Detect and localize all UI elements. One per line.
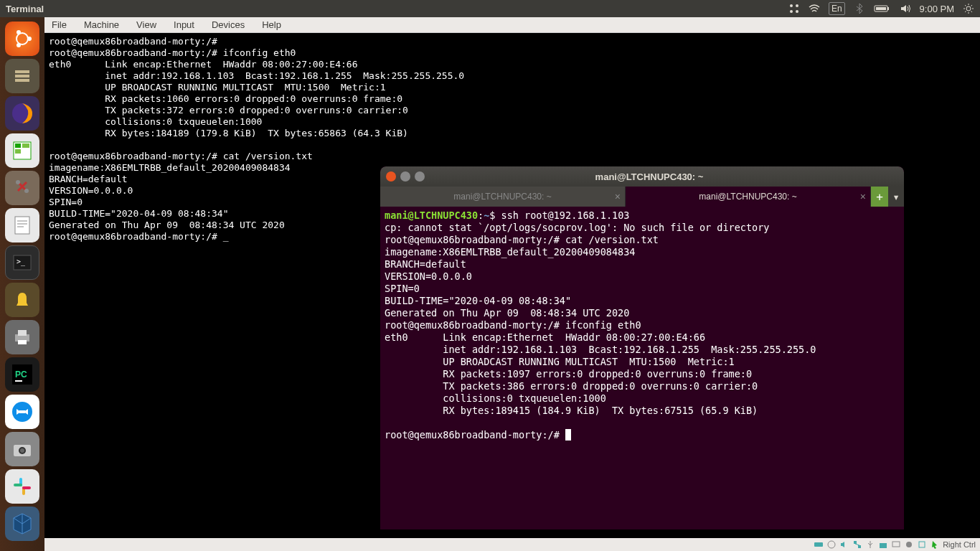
terminal-line: TX packets:386 errors:0 dropped:0 overru…	[385, 380, 758, 392]
terminal-line: RX packets:1097 errors:0 dropped:0 overr…	[385, 368, 752, 380]
network-icon[interactable]	[852, 540, 862, 550]
launcher-files-icon[interactable]	[5, 59, 39, 93]
menu-help[interactable]: Help	[262, 19, 281, 30]
console-line: TX packets:372 errors:0 dropped:0 overru…	[49, 105, 408, 116]
gear-icon[interactable]	[963, 3, 974, 14]
clock[interactable]: 9:00 PM	[920, 4, 954, 14]
volume-icon[interactable]	[900, 3, 911, 14]
terminal-line: BUILD-TIME="2020-04-09 08:48:34"	[385, 295, 571, 306]
menu-machine[interactable]: Machine	[84, 19, 119, 30]
optical-icon[interactable]	[826, 540, 837, 550]
terminal-line: VERSION=0.0.0.0	[385, 270, 472, 282]
terminal-tab-1[interactable]: mani@LTCHNUPC430: ~×	[380, 187, 626, 207]
svg-rect-5	[887, 7, 889, 10]
launcher-libreoffice-writer-icon[interactable]	[5, 208, 39, 242]
console-line: imagename:X86EMLTRBB_default_20200409084…	[49, 162, 291, 173]
display-icon[interactable]	[891, 540, 901, 550]
usb-icon[interactable]	[865, 540, 875, 550]
menu-view[interactable]: View	[136, 19, 156, 30]
slack-tray-icon[interactable]	[788, 3, 800, 14]
console-line: Generated on Thu Apr 09 08:48:34 UTC 202…	[49, 220, 285, 230]
svg-rect-18	[22, 143, 29, 148]
launcher-slack-icon[interactable]	[5, 469, 39, 504]
tab-menu-button[interactable]: ▾	[888, 187, 904, 207]
maximize-button[interactable]	[415, 171, 425, 182]
svg-rect-48	[880, 543, 887, 548]
console-line: eth0 Link encap:Ethernet HWaddr 08:00:27…	[49, 59, 357, 70]
terminal-body[interactable]: mani@LTCHNUPC430:~$ ssh root@192.168.1.1…	[380, 207, 904, 529]
svg-point-21	[24, 189, 29, 193]
cursor-icon	[565, 429, 571, 441]
terminal-line: inet addr:192.168.1.103 Bcast:192.168.1.…	[385, 344, 816, 355]
svg-rect-29	[18, 330, 27, 336]
mouse-integration-icon[interactable]	[930, 540, 940, 550]
language-indicator[interactable]: En	[829, 2, 845, 15]
audio-icon[interactable]	[839, 540, 849, 550]
tab-close-icon[interactable]: ×	[615, 191, 621, 202]
console-line: root@qemux86broadband-morty:/# _	[49, 231, 228, 242]
unity-launcher: >_ PC	[0, 17, 44, 551]
menu-input[interactable]: Input	[174, 19, 194, 30]
bluetooth-icon[interactable]	[854, 3, 865, 14]
svg-rect-42	[22, 486, 31, 489]
terminal-titlebar[interactable]: mani@LTCHNUPC430: ~	[380, 166, 904, 187]
top-panel: Terminal En 9:00 PM	[0, 0, 980, 17]
launcher-virtualbox-icon[interactable]	[5, 507, 39, 541]
recording-icon[interactable]	[904, 540, 914, 550]
gnome-terminal-window: mani@LTCHNUPC430: ~ mani@LTCHNUPC430: ~×…	[380, 166, 904, 529]
svg-point-44	[828, 541, 835, 548]
window-title: mani@LTCHNUPC430: ~	[429, 171, 870, 182]
svg-point-50	[906, 542, 912, 547]
svg-point-1	[796, 4, 798, 7]
launcher-firefox-icon[interactable]	[5, 96, 39, 131]
cpu-icon[interactable]	[917, 540, 927, 550]
svg-rect-12	[15, 70, 29, 73]
battery-icon[interactable]	[874, 3, 891, 14]
active-app-title: Terminal	[0, 4, 44, 14]
svg-point-20	[16, 180, 20, 184]
console-line: BUILD-TIME="2020-04-09 08:48:34"	[49, 208, 228, 219]
launcher-libreoffice-calc-icon[interactable]	[5, 133, 39, 168]
launcher-printer-icon[interactable]	[5, 320, 39, 354]
host-key-label[interactable]: Right Ctrl	[943, 540, 976, 549]
launcher-teamviewer-icon[interactable]	[5, 395, 39, 429]
svg-rect-40	[14, 484, 22, 486]
svg-point-0	[790, 4, 793, 7]
console-line: BRANCH=default	[49, 174, 128, 184]
console-line: root@qemux86broadband-morty:/# cat /vers…	[49, 151, 313, 161]
launcher-pycharm-icon[interactable]: PC	[5, 357, 39, 392]
terminal-line: root@qemux86broadband-morty:/# cat /vers…	[385, 234, 659, 245]
menu-devices[interactable]: Devices	[212, 19, 245, 30]
harddisk-icon[interactable]	[814, 540, 824, 550]
minimize-button[interactable]	[400, 171, 410, 182]
console-line: SPIN=0	[49, 197, 83, 207]
svg-rect-35	[19, 410, 25, 413]
launcher-dash-icon[interactable]	[5, 22, 39, 56]
svg-rect-19	[15, 149, 21, 154]
svg-point-3	[796, 10, 798, 13]
svg-rect-51	[919, 542, 925, 547]
launcher-settings-icon[interactable]	[5, 171, 39, 205]
console-line: RX bytes:184189 (179.8 KiB) TX bytes:658…	[49, 128, 408, 138]
terminal-line: eth0 Link encap:Ethernet HWaddr 08:00:27…	[385, 331, 705, 343]
tab-close-icon[interactable]: ×	[860, 191, 866, 202]
svg-rect-46	[858, 545, 861, 548]
menu-file[interactable]: File	[52, 19, 67, 30]
svg-rect-6	[876, 7, 886, 10]
console-line: RX packets:1060 errors:0 dropped:0 overr…	[49, 93, 402, 104]
close-button[interactable]	[386, 171, 396, 182]
launcher-camera-icon[interactable]	[5, 432, 39, 466]
svg-rect-17	[15, 143, 21, 148]
terminal-line: SPIN=0	[385, 283, 420, 294]
shared-folder-icon[interactable]	[878, 540, 888, 550]
svg-rect-43	[814, 542, 823, 547]
wifi-icon[interactable]	[809, 3, 820, 14]
svg-rect-13	[15, 75, 29, 77]
terminal-line: RX bytes:189415 (184.9 KiB) TX bytes:675…	[385, 405, 758, 416]
launcher-terminal-icon[interactable]: >_	[5, 245, 39, 280]
launcher-notification-icon[interactable]	[5, 283, 39, 317]
new-tab-button[interactable]: +	[871, 187, 888, 207]
terminal-line: cp: cannot stat `/opt/logs/socprov.log':…	[385, 222, 769, 233]
svg-rect-30	[18, 340, 27, 344]
terminal-tab-2[interactable]: mani@LTCHNUPC430: ~×	[626, 187, 871, 207]
